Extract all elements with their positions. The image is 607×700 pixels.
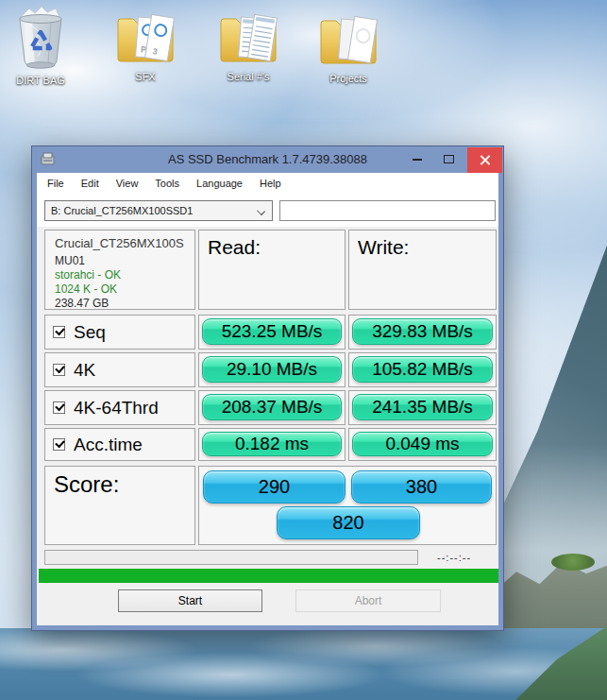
desktop-icon-projects-folder[interactable]: Projects bbox=[308, 11, 389, 84]
icon-label: DIRT BAG bbox=[0, 75, 81, 86]
menu-view[interactable]: View bbox=[108, 173, 147, 196]
test-label: 4K-64Thrd bbox=[74, 398, 159, 418]
score-read: 290 bbox=[203, 470, 346, 504]
4k-checkbox[interactable] bbox=[53, 364, 65, 376]
test-row-4k64: 4K-64Thrd bbox=[44, 390, 195, 425]
folder-audio-icon: P3 3 bbox=[114, 9, 177, 70]
seq-write-result: 329.83 MB/s bbox=[352, 318, 493, 345]
seq-read-cell: 523.25 MB/s bbox=[198, 315, 346, 350]
menu-tools[interactable]: Tools bbox=[146, 173, 188, 196]
4k-read-result: 29.10 MB/s bbox=[202, 356, 342, 383]
test-row-seq: Seq bbox=[44, 315, 195, 350]
seq-read-result: 523.25 MB/s bbox=[202, 318, 342, 345]
menu-help[interactable]: Help bbox=[251, 173, 290, 196]
score-panel: 290 380 820 bbox=[198, 466, 497, 545]
desktop-icon-recycle-bin[interactable]: DIRT BAG bbox=[0, 6, 81, 86]
recycle-bin-icon bbox=[8, 6, 74, 74]
drive-select-value: B: Crucial_CT256MX100SSD1 bbox=[51, 205, 193, 216]
client-area: File Edit View Tools Language Help B: Cr… bbox=[37, 173, 498, 625]
4k64-write-cell: 241.35 MB/s bbox=[348, 390, 497, 425]
menu-language[interactable]: Language bbox=[188, 173, 251, 196]
acctime-read-cell: 0.182 ms bbox=[198, 428, 346, 461]
4k64-checkbox[interactable] bbox=[53, 401, 65, 414]
score-total: 820 bbox=[277, 506, 420, 539]
folder-icon bbox=[317, 11, 379, 72]
window-title: AS SSD Benchmark 1.7.4739.38088 bbox=[32, 146, 503, 173]
4k64-read-cell: 208.37 MB/s bbox=[198, 390, 346, 425]
menu-file[interactable]: File bbox=[39, 173, 73, 196]
progress-bar bbox=[44, 550, 418, 565]
as-ssd-benchmark-window: AS SSD Benchmark 1.7.4739.38088 File Edi… bbox=[31, 145, 504, 631]
minimize-button[interactable] bbox=[404, 146, 430, 172]
test-row-4k: 4K bbox=[44, 352, 195, 387]
result-textbox[interactable] bbox=[279, 200, 496, 221]
desktop: DIRT BAG P3 3 SFX bbox=[0, 0, 607, 700]
maximize-button[interactable] bbox=[436, 146, 462, 172]
drive-select-dropdown[interactable]: B: Crucial_CT256MX100SSD1 bbox=[44, 200, 273, 221]
acctime-write-result: 0.049 ms bbox=[352, 432, 493, 456]
icon-label: Serial #'s bbox=[208, 71, 289, 82]
icon-label: Projects bbox=[308, 73, 389, 84]
read-column-header-panel: Read: bbox=[198, 230, 346, 310]
chevron-down-icon bbox=[257, 207, 265, 215]
score-label-panel: Score: bbox=[44, 466, 195, 545]
test-label: Acc.time bbox=[74, 435, 143, 455]
write-column-header-panel: Write: bbox=[348, 230, 497, 310]
drive-alignment-status: 1024 K - OK bbox=[55, 282, 185, 297]
start-button[interactable]: Start bbox=[118, 589, 262, 612]
4k-write-cell: 105.82 MB/s bbox=[348, 352, 497, 387]
acctime-read-result: 0.182 ms bbox=[202, 432, 342, 456]
test-label: 4K bbox=[74, 360, 95, 381]
test-label: Seq bbox=[74, 322, 106, 343]
desktop-icon-sfx-folder[interactable]: P3 3 SFX bbox=[105, 9, 186, 82]
drive-capacity: 238.47 GB bbox=[55, 297, 185, 311]
abort-button: Abort bbox=[295, 589, 441, 612]
4k64-read-result: 208.37 MB/s bbox=[202, 394, 342, 420]
menu-edit[interactable]: Edit bbox=[73, 173, 108, 196]
seq-write-cell: 329.83 MB/s bbox=[348, 315, 497, 350]
desktop-icon-serials-folder[interactable]: Serial #'s bbox=[208, 9, 289, 82]
score-write: 380 bbox=[351, 470, 492, 504]
4k-read-cell: 29.10 MB/s bbox=[198, 352, 346, 387]
test-row-acctime: Acc.time bbox=[44, 428, 195, 461]
folder-documents-icon bbox=[217, 9, 279, 70]
acctime-checkbox[interactable] bbox=[53, 438, 65, 451]
water-reflections bbox=[0, 628, 607, 700]
shore-shrub bbox=[551, 554, 595, 571]
4k-write-result: 105.82 MB/s bbox=[352, 356, 493, 383]
titlebar[interactable]: AS SSD Benchmark 1.7.4739.38088 bbox=[32, 146, 503, 173]
menu-bar: File Edit View Tools Language Help bbox=[39, 173, 290, 196]
close-button[interactable] bbox=[467, 147, 502, 173]
icon-label: SFX bbox=[105, 71, 186, 82]
drive-firmware: MU01 bbox=[55, 254, 185, 268]
close-icon bbox=[479, 154, 491, 166]
acctime-write-cell: 0.049 ms bbox=[348, 428, 497, 461]
drive-info-panel: Crucial_CT256MX100S MU01 storahci - OK 1… bbox=[44, 230, 195, 310]
drive-model: Crucial_CT256MX100S bbox=[55, 236, 185, 251]
read-header: Read: bbox=[199, 230, 345, 265]
seq-checkbox[interactable] bbox=[53, 326, 65, 338]
write-header: Write: bbox=[349, 230, 496, 265]
status-bar-green bbox=[39, 569, 498, 583]
4k64-write-result: 241.35 MB/s bbox=[352, 394, 493, 420]
time-remaining: --:--:-- bbox=[437, 552, 471, 563]
drive-driver-status: storahci - OK bbox=[55, 268, 185, 282]
score-label: Score: bbox=[54, 471, 119, 497]
